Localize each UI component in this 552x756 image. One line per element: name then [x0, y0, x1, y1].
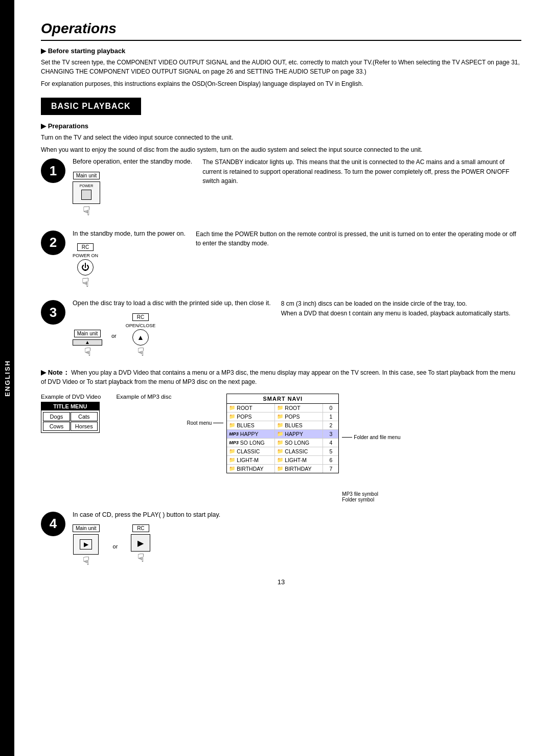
- step-3: 3 Open the disc tray to load a disc with…: [41, 299, 521, 359]
- step-4-content: In case of CD, press the PLAY( ) button …: [73, 511, 521, 568]
- cell-col3-6: 6: [323, 456, 338, 464]
- step-3-main-unit: Main unit ▲ ☟: [73, 330, 102, 359]
- table-row: 📁 BLUES 📁 BLUES 2: [227, 421, 338, 430]
- root-menu-label: Root menu: [187, 420, 212, 426]
- step-1-number: 1: [41, 158, 65, 183]
- menu-cell-cows: Cows: [43, 422, 70, 431]
- mp3-symbol-label: MP3 file symbol: [342, 491, 400, 497]
- cell-col3-0: 0: [323, 404, 338, 412]
- step-1-content: Before operation, enter the standby mode…: [73, 157, 521, 220]
- menu-cell-dogs: Dogs: [43, 412, 70, 421]
- title-menu-header: TITLE MENU: [41, 402, 99, 410]
- step-4-rc-label: RC: [132, 524, 149, 532]
- root-menu-line-horiz: [213, 423, 223, 423]
- before-starting-text1: Set the TV screen type, the COMPONENT VI…: [41, 58, 521, 76]
- preparations-header: Preparations: [41, 122, 521, 130]
- cell-col1-1: 📁 POPS: [227, 413, 275, 421]
- cell-col3-3: 3: [323, 430, 338, 438]
- table-row: MP3 HAPPY 📁 HAPPY 3: [227, 430, 338, 439]
- cell-col2-0: 📁 ROOT: [275, 404, 323, 412]
- step-1-main-unit-label: Main unit: [73, 172, 100, 179]
- cell-col2-4: 📁 SO LONG: [275, 439, 323, 447]
- step-3-icons: Main unit ▲ ☟ or RC OPEN/CLOSE ▲: [73, 313, 155, 359]
- main-unit-illustration: POWER: [73, 181, 100, 204]
- cell-col3-5: 5: [323, 447, 338, 455]
- hand-icon-2: ☟: [82, 276, 89, 290]
- or-text: or: [111, 333, 117, 339]
- step-1-instruction: Before operation, enter the standby mode…: [73, 157, 192, 167]
- cell-col3-4: 4: [323, 439, 338, 447]
- hand-icon-4b: ☟: [137, 552, 144, 565]
- cell-col1-4: MP3 SO LONG: [227, 439, 275, 447]
- cell-col1-7: 📁 BIRTHDAY: [227, 465, 275, 473]
- rc-play-button: ▶: [131, 534, 150, 552]
- step-3-main-unit-label: Main unit: [74, 330, 101, 337]
- step-1-device: Main unit POWER ☟: [73, 172, 100, 218]
- cell-col3-1: 1: [323, 413, 338, 421]
- english-sidebar: ENGLISH: [0, 0, 14, 756]
- smart-navi-header: SMART NAVI: [227, 394, 338, 404]
- step-4-main-unit: Main unit ▶ ☟: [73, 524, 100, 568]
- cell-col3-7: 7: [323, 465, 338, 473]
- power-text: POWER: [80, 184, 93, 188]
- before-starting-header: Before starting playback: [41, 47, 521, 55]
- hand-icon-4a: ☟: [83, 555, 89, 568]
- play-button-rect: ▶: [80, 539, 92, 549]
- tray-illustration: ▲ ☟: [73, 339, 102, 359]
- step-2-device: RC POWER ON ⏻ ☟: [73, 243, 98, 290]
- step-3-content: Open the disc tray to load a disc with t…: [73, 299, 521, 359]
- cell-col1-0: 📁 ROOT: [227, 404, 275, 412]
- rc-power-circle: ⏻: [77, 259, 94, 276]
- before-starting-text2: For explanation purposes, this instructi…: [41, 79, 521, 88]
- cell-col3-2: 2: [323, 421, 338, 429]
- basic-playback-label: BASIC PLAYBACK: [41, 98, 141, 115]
- sidebar-label: ENGLISH: [4, 360, 11, 397]
- hand-icon-1: ☟: [83, 204, 90, 218]
- cell-col2-2: 📁 BLUES: [275, 421, 323, 429]
- step-4-number: 4: [41, 512, 65, 536]
- hand-icon-3a: ☟: [84, 346, 91, 359]
- folder-line: [342, 437, 352, 438]
- step-2-description: Each time the POWER button on the remote…: [186, 230, 521, 248]
- step-3-rc-label: RC: [132, 313, 149, 321]
- table-row: MP3 SO LONG 📁 SO LONG 4: [227, 439, 338, 447]
- table-row: 📁 ROOT 📁 ROOT 0: [227, 404, 338, 413]
- example-area: Example of DVD Video TITLE MENU Dogs Cat…: [41, 394, 521, 502]
- title-menu-grid: Dogs Cats Cows Horses: [41, 410, 99, 432]
- title-menu-box: TITLE MENU Dogs Cats Cows Horses: [41, 402, 100, 433]
- note-text: When you play a DVD Video that contains …: [41, 369, 515, 385]
- cell-col1-2: 📁 BLUES: [227, 421, 275, 429]
- cell-col1-5: 📁 CLASSIC: [227, 447, 275, 455]
- preparations-text1: Turn on the TV and select the video inpu…: [41, 133, 521, 142]
- folder-file-label: Folder and file menu: [354, 434, 400, 440]
- folder-file-annotation: Folder and file menu: [342, 434, 400, 440]
- step-3-instruction: Open the disc tray to load a disc with t…: [73, 299, 271, 308]
- tray-eject-button: ▲: [73, 339, 102, 346]
- step-4-rc: RC ▶ ☟: [131, 524, 150, 565]
- step-2-content: In the standby mode, turn the power on. …: [73, 230, 521, 290]
- folder-symbol-label: Folder symbol: [342, 497, 400, 502]
- table-row: 📁 CLASSIC 📁 CLASSIC 5: [227, 447, 338, 456]
- open-close-label: OPEN/CLOSE: [126, 323, 156, 328]
- table-row: 📁 BIRTHDAY 📁 BIRTHDAY 7: [227, 465, 338, 473]
- step-2-rc-label: RC: [77, 243, 94, 251]
- cell-col2-3: 📁 HAPPY: [275, 430, 323, 438]
- cell-col1-6: 📁 LIGHT-M: [227, 456, 275, 464]
- smart-navi-area: Root menu SMART NAVI 📁 ROOT 📁 ROOT 0 📁 P…: [187, 394, 400, 502]
- step-4-instruction: In case of CD, press the PLAY( ) button …: [73, 511, 220, 520]
- dvd-example-label: Example of DVD Video: [41, 394, 101, 400]
- step-4-illustration: Main unit ▶ ☟ or RC ▶ ☟: [73, 524, 150, 568]
- main-unit-play-box: ▶: [73, 534, 99, 555]
- power-button-rect: [81, 190, 91, 200]
- page-title: Operations: [41, 20, 521, 41]
- cell-col2-6: 📁 LIGHT-M: [275, 456, 323, 464]
- step-4-main-unit-label: Main unit: [73, 524, 100, 532]
- step-1-description: The STANDBY indicator lights up. This me…: [192, 157, 521, 186]
- step-3-number: 3: [41, 300, 65, 325]
- mp3-example-label: Example of MP3 disc: [116, 394, 171, 400]
- power-on-label: POWER ON: [73, 253, 98, 258]
- step-1-illustration: Main unit POWER ☟: [73, 172, 100, 218]
- right-annotation: Folder and file menu MP3 file symbol Fol…: [339, 394, 400, 502]
- cell-col2-5: 📁 CLASSIC: [275, 447, 323, 455]
- step-2: 2 In the standby mode, turn the power on…: [41, 230, 521, 290]
